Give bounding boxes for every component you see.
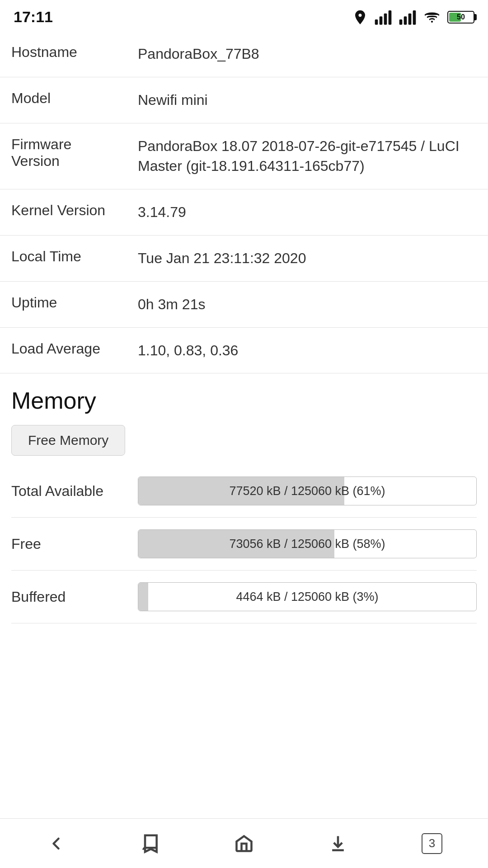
model-label: Model	[11, 90, 138, 107]
hostname-value: PandoraBox_77B8	[138, 44, 259, 64]
svg-rect-4	[389, 10, 392, 25]
loadavg-label: Load Average	[11, 340, 138, 357]
total-available-bar-text: 77520 kB / 125060 kB (61%)	[229, 484, 385, 498]
localtime-value: Tue Jan 21 23:11:32 2020	[138, 248, 306, 269]
localtime-row: Local Time Tue Jan 21 23:11:32 2020	[0, 236, 488, 282]
status-bar: 17:11	[0, 0, 488, 31]
firmware-value: PandoraBox 18.07 2018-07-26-git-e717545 …	[138, 136, 477, 177]
bottom-nav: 3	[0, 818, 488, 868]
total-available-label: Total Available	[11, 483, 138, 500]
buffered-bar-text: 4464 kB / 125060 kB (3%)	[236, 590, 378, 604]
kernel-value: 3.14.79	[138, 202, 186, 222]
uptime-value: 0h 3m 21s	[138, 294, 205, 315]
tabs-count: 3	[422, 833, 442, 854]
svg-rect-1	[375, 19, 378, 25]
svg-rect-6	[404, 16, 407, 24]
status-icons: 50	[352, 9, 474, 25]
firmware-row: FirmwareVersion PandoraBox 18.07 2018-07…	[0, 123, 488, 190]
memory-section: Memory Free Memory Total Available 77520…	[0, 373, 488, 623]
free-label: Free	[11, 536, 138, 552]
battery-icon: 50	[447, 11, 474, 24]
free-bar-outer: 73056 kB / 125060 kB (58%)	[138, 529, 477, 558]
free-bar-text: 73056 kB / 125060 kB (58%)	[229, 537, 385, 551]
loadavg-row: Load Average 1.10, 0.83, 0.36	[0, 328, 488, 374]
uptime-label: Uptime	[11, 294, 138, 311]
model-value: Newifi mini	[138, 90, 208, 110]
tabs-button[interactable]: 3	[409, 826, 455, 862]
signal-icon-1	[374, 9, 392, 25]
signal-icon-2	[399, 9, 417, 25]
svg-rect-8	[413, 10, 416, 25]
total-available-bar-container: 77520 kB / 125060 kB (61%)	[138, 476, 477, 505]
alarm-icon	[352, 9, 368, 25]
firmware-label: FirmwareVersion	[11, 136, 138, 170]
svg-rect-3	[384, 13, 387, 24]
svg-rect-2	[380, 16, 383, 24]
uptime-row: Uptime 0h 3m 21s	[0, 282, 488, 328]
total-available-bar-outer: 77520 kB / 125060 kB (61%)	[138, 476, 477, 505]
buffered-bar-container: 4464 kB / 125060 kB (3%)	[138, 582, 477, 611]
loadavg-value: 1.10, 0.83, 0.36	[138, 340, 238, 361]
bookmarks-button[interactable]	[127, 826, 173, 862]
home-button[interactable]	[221, 826, 267, 862]
buffered-bar-fill	[138, 583, 148, 611]
kernel-row: Kernel Version 3.14.79	[0, 189, 488, 236]
localtime-label: Local Time	[11, 248, 138, 265]
buffered-label: Buffered	[11, 589, 138, 605]
hostname-row: Hostname PandoraBox_77B8	[0, 31, 488, 77]
svg-rect-5	[399, 19, 403, 25]
total-available-row: Total Available 77520 kB / 125060 kB (61…	[11, 465, 477, 518]
wifi-icon	[423, 9, 441, 25]
svg-rect-7	[408, 13, 412, 24]
svg-point-0	[359, 14, 361, 16]
memory-title: Memory	[11, 387, 477, 414]
buffered-row: Buffered 4464 kB / 125060 kB (3%)	[11, 571, 477, 623]
svg-point-9	[431, 20, 433, 22]
model-row: Model Newifi mini	[0, 77, 488, 123]
memory-rows: Total Available 77520 kB / 125060 kB (61…	[11, 465, 477, 623]
free-bar-container: 73056 kB / 125060 kB (58%)	[138, 529, 477, 558]
info-table: Hostname PandoraBox_77B8 Model Newifi mi…	[0, 31, 488, 373]
download-button[interactable]	[315, 826, 361, 862]
buffered-bar-outer: 4464 kB / 125060 kB (3%)	[138, 582, 477, 611]
back-button[interactable]	[33, 826, 79, 862]
status-time: 17:11	[14, 8, 53, 26]
kernel-label: Kernel Version	[11, 202, 138, 219]
hostname-label: Hostname	[11, 44, 138, 61]
free-memory-button[interactable]: Free Memory	[11, 425, 125, 456]
free-row: Free 73056 kB / 125060 kB (58%)	[11, 518, 477, 571]
